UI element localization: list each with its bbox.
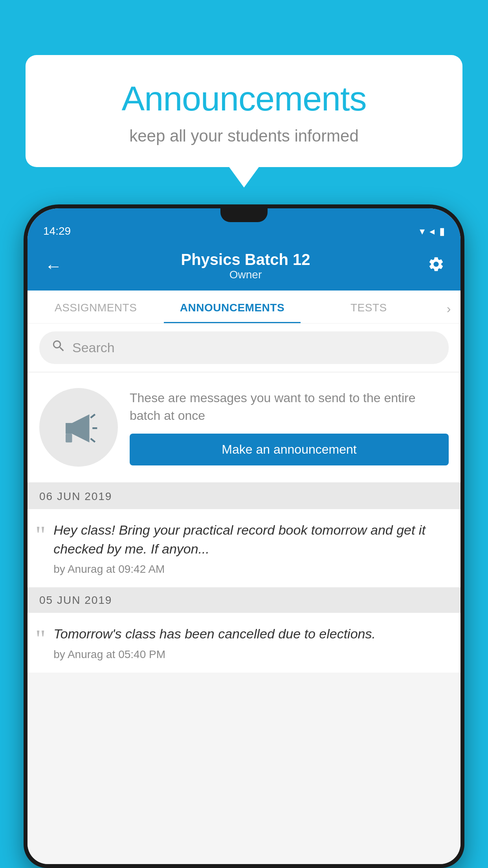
- phone-screen: 14:29 ▾ ◂ ▮ ← Physics Batch 12 Owner ASS…: [28, 208, 460, 864]
- announcements-subtitle: keep all your students informed: [45, 127, 443, 145]
- svg-line-0: [91, 414, 95, 418]
- battery-icon: ▮: [439, 225, 445, 237]
- app-bar-center: Physics Batch 12 Owner: [181, 251, 310, 281]
- content-area: Search These are messages you want to se…: [28, 324, 460, 864]
- announcement-content-2: Tomorrow's class has been cancelled due …: [53, 625, 449, 661]
- tab-more[interactable]: ›: [437, 291, 460, 323]
- quote-icon-1: ": [35, 522, 46, 548]
- announcements-title: Announcements: [45, 79, 443, 119]
- prompt-description: These are messages you want to send to t…: [130, 389, 449, 425]
- announcement-meta-2: by Anurag at 05:40 PM: [53, 648, 449, 661]
- announcement-meta-1: by Anurag at 09:42 AM: [53, 563, 449, 576]
- tab-announcements[interactable]: ANNOUNCEMENTS: [164, 291, 300, 323]
- settings-button[interactable]: [427, 256, 445, 277]
- speech-bubble: Announcements keep all your students inf…: [26, 55, 462, 167]
- back-button[interactable]: ←: [43, 255, 64, 278]
- megaphone-circle: [39, 388, 118, 467]
- owner-subtitle: Owner: [181, 268, 310, 281]
- quote-icon-2: ": [35, 626, 46, 651]
- tab-assignments[interactable]: ASSIGNMENTS: [28, 291, 164, 323]
- signal-icon: ◂: [429, 225, 435, 237]
- announcement-text-2: Tomorrow's class has been cancelled due …: [53, 625, 449, 644]
- status-time: 14:29: [43, 225, 71, 237]
- search-bar[interactable]: Search: [39, 331, 449, 364]
- phone-notch: [220, 208, 268, 222]
- app-bar: ← Physics Batch 12 Owner: [28, 242, 460, 291]
- announcement-item-2[interactable]: " Tomorrow's class has been cancelled du…: [28, 613, 460, 673]
- prompt-right: These are messages you want to send to t…: [130, 389, 449, 466]
- date-separator-2: 05 JUN 2019: [28, 588, 460, 613]
- make-announcement-button[interactable]: Make an announcement: [130, 434, 449, 465]
- wifi-icon: ▾: [420, 225, 425, 237]
- date-separator-1: 06 JUN 2019: [28, 484, 460, 509]
- batch-title: Physics Batch 12: [181, 251, 310, 268]
- svg-rect-3: [66, 434, 72, 443]
- status-icons: ▾ ◂ ▮: [420, 225, 445, 237]
- search-icon: [51, 338, 66, 357]
- tab-bar: ASSIGNMENTS ANNOUNCEMENTS TESTS ›: [28, 291, 460, 324]
- announcement-text-1: Hey class! Bring your practical record b…: [53, 521, 449, 558]
- svg-line-2: [91, 439, 95, 442]
- search-placeholder: Search: [72, 340, 115, 355]
- phone-frame: 14:29 ▾ ◂ ▮ ← Physics Batch 12 Owner ASS…: [24, 204, 464, 868]
- announcement-content-1: Hey class! Bring your practical record b…: [53, 521, 449, 576]
- search-container: Search: [28, 324, 460, 372]
- announcement-prompt-card: These are messages you want to send to t…: [28, 372, 460, 484]
- announcement-item-1[interactable]: " Hey class! Bring your practical record…: [28, 509, 460, 588]
- tab-tests[interactable]: TESTS: [301, 291, 437, 323]
